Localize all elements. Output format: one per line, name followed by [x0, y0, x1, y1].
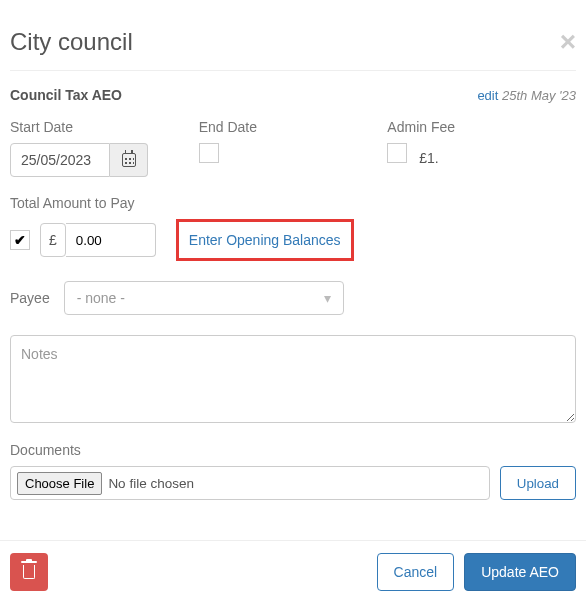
end-date-checkbox[interactable]	[199, 143, 219, 163]
last-edited-date: 25th May '23	[502, 88, 576, 103]
calendar-button[interactable]	[110, 143, 148, 177]
payee-selected-value: - none -	[77, 290, 125, 306]
admin-fee-label: Admin Fee	[387, 119, 566, 135]
admin-fee-col: Admin Fee £1.	[387, 119, 576, 177]
start-date-label: Start Date	[10, 119, 189, 135]
notes-textarea[interactable]	[10, 335, 576, 423]
total-amount-checkbox[interactable]	[10, 230, 30, 250]
admin-fee-value: £1.	[419, 150, 438, 166]
documents-label: Documents	[10, 442, 576, 458]
payee-select[interactable]: - none - ▾	[64, 281, 344, 315]
choose-file-button[interactable]: Choose File	[17, 472, 102, 495]
update-aeo-button[interactable]: Update AEO	[464, 553, 576, 591]
total-amount-section: Total Amount to Pay £ Enter Opening Bala…	[10, 177, 576, 261]
total-amount-group: £	[10, 223, 156, 257]
start-date-input[interactable]	[10, 143, 110, 177]
payee-label: Payee	[10, 290, 50, 306]
payee-row: Payee - none - ▾	[10, 261, 576, 315]
total-amount-label: Total Amount to Pay	[10, 195, 576, 211]
calendar-icon	[122, 153, 136, 167]
file-status-text: No file chosen	[108, 476, 194, 491]
upload-row: Choose File No file chosen Upload	[10, 458, 576, 500]
aeo-type-label: Council Tax AEO	[10, 87, 122, 103]
dates-fee-row: Start Date End Date Admin Fee £1.	[10, 109, 576, 177]
total-amount-input[interactable]	[66, 223, 156, 257]
end-date-label: End Date	[199, 119, 378, 135]
trash-icon	[23, 565, 35, 579]
opening-balances-highlight: Enter Opening Balances	[176, 219, 354, 261]
aeo-meta: edit 25th May '23	[477, 88, 576, 103]
documents-section: Documents Choose File No file chosen Upl…	[10, 426, 576, 500]
file-input-box[interactable]: Choose File No file chosen	[10, 466, 490, 500]
cancel-button[interactable]: Cancel	[377, 553, 455, 591]
close-icon[interactable]: ×	[560, 28, 576, 56]
end-date-col: End Date	[199, 119, 388, 177]
admin-fee-checkbox[interactable]	[387, 143, 407, 163]
delete-button[interactable]	[10, 553, 48, 591]
enter-opening-balances-link[interactable]: Enter Opening Balances	[189, 232, 341, 248]
start-date-group	[10, 143, 189, 177]
modal-header: City council ×	[10, 10, 576, 71]
currency-symbol: £	[40, 223, 66, 257]
edit-link[interactable]: edit	[477, 88, 498, 103]
modal-footer: Cancel Update AEO	[0, 540, 586, 603]
start-date-col: Start Date	[10, 119, 199, 177]
chevron-down-icon: ▾	[324, 290, 331, 306]
upload-button[interactable]: Upload	[500, 466, 576, 500]
footer-actions: Cancel Update AEO	[377, 553, 576, 591]
aeo-sub-header: Council Tax AEO edit 25th May '23	[10, 71, 576, 109]
aeo-edit-modal: City council × Council Tax AEO edit 25th…	[0, 0, 586, 500]
notes-row	[10, 315, 576, 426]
page-title: City council	[10, 28, 133, 56]
